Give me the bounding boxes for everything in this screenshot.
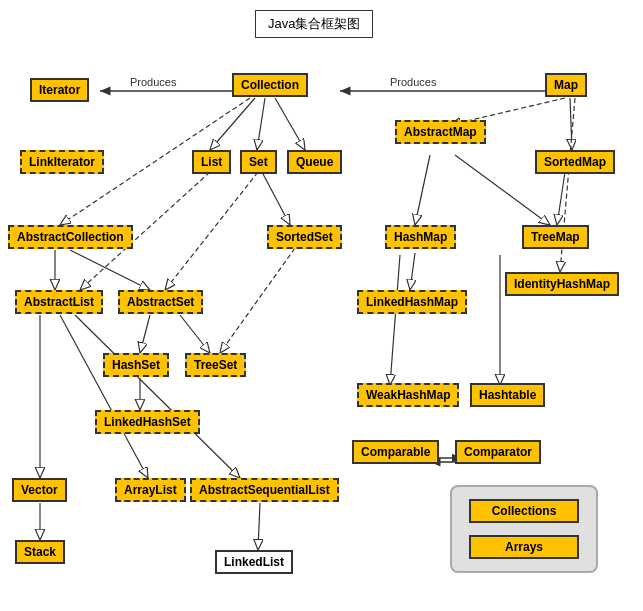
iterator-node: Iterator — [30, 78, 89, 102]
treeset-node: TreeSet — [185, 353, 246, 377]
treemap-node: TreeMap — [522, 225, 589, 249]
weakhashmap-node: WeakHashMap — [357, 383, 459, 407]
collections-node: Collections — [469, 499, 579, 523]
sortedmap-node: SortedMap — [535, 150, 615, 174]
svg-line-11 — [415, 155, 430, 225]
hashtable-node: Hashtable — [470, 383, 545, 407]
abstractmap-node: AbstractMap — [395, 120, 486, 144]
svg-line-29 — [75, 315, 240, 478]
abstractset-node: AbstractSet — [118, 290, 203, 314]
sortedset-node: SortedSet — [267, 225, 342, 249]
abstractlist-node: AbstractList — [15, 290, 103, 314]
collection-node: Collection — [232, 73, 308, 97]
svg-line-18 — [165, 172, 258, 290]
svg-line-10 — [570, 98, 572, 150]
svg-line-24 — [410, 253, 415, 290]
list-node: List — [192, 150, 231, 174]
comparable-node: Comparable — [352, 440, 439, 464]
svg-line-16 — [70, 250, 150, 290]
abstractcollection-node: AbstractCollection — [8, 225, 133, 249]
svg-line-20 — [140, 315, 150, 353]
linkiterator-node: LinkIterator — [20, 150, 104, 174]
arraylist-node: ArrayList — [115, 478, 186, 502]
legend-container: Collections Arrays — [450, 485, 598, 573]
abstractsequentiallist-node: AbstractSequentialList — [190, 478, 339, 502]
svg-line-31 — [258, 503, 260, 550]
queue-node: Queue — [287, 150, 342, 174]
linkedhashset-node: LinkedHashSet — [95, 410, 200, 434]
linkedlist-node: LinkedList — [215, 550, 293, 574]
map-node: Map — [545, 73, 587, 97]
svg-line-7 — [257, 98, 265, 150]
hashmap-node: HashMap — [385, 225, 456, 249]
svg-line-22 — [220, 248, 295, 353]
svg-line-28 — [60, 315, 148, 478]
svg-line-13 — [557, 172, 565, 225]
linkedhashmap-node: LinkedHashMap — [357, 290, 467, 314]
svg-text:Produces: Produces — [390, 76, 437, 88]
identityhashmap-node: IdentityHashMap — [505, 272, 619, 296]
arrays-node: Arrays — [469, 535, 579, 559]
svg-line-8 — [275, 98, 305, 150]
svg-line-19 — [262, 172, 290, 225]
svg-line-6 — [210, 98, 255, 150]
svg-line-21 — [180, 315, 210, 353]
comparator-node: Comparator — [455, 440, 541, 464]
vector-node: Vector — [12, 478, 67, 502]
hashset-node: HashSet — [103, 353, 169, 377]
stack-node: Stack — [15, 540, 65, 564]
title-text: Java集合框架图 — [268, 16, 360, 31]
set-node: Set — [240, 150, 277, 174]
svg-text:Produces: Produces — [130, 76, 177, 88]
title-box: Java集合框架图 — [255, 10, 373, 38]
svg-line-25 — [390, 255, 400, 385]
